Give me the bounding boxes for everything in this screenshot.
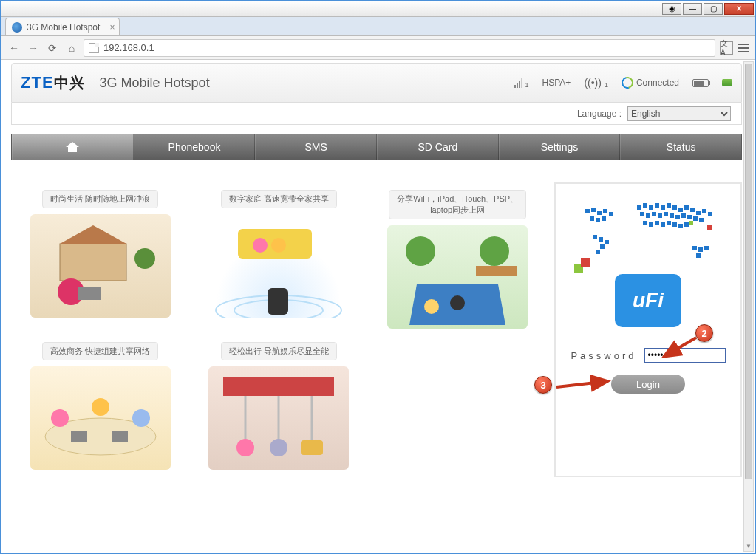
maximize-button[interactable]: ▢ — [704, 3, 723, 15]
nav-home[interactable] — [12, 134, 134, 160]
svg-rect-53 — [652, 212, 656, 216]
sim-icon — [722, 79, 732, 86]
svg-rect-30 — [585, 209, 590, 213]
svg-rect-51 — [640, 212, 644, 216]
svg-rect-48 — [696, 211, 701, 215]
svg-rect-62 — [643, 221, 647, 225]
svg-line-84 — [664, 338, 696, 357]
url-input[interactable] — [103, 42, 710, 53]
promo-illustration — [30, 214, 171, 318]
annotation-arrow-3 — [554, 374, 613, 398]
promo-card: 高效商务 快捷组建共享网络 — [18, 342, 183, 470]
address-bar[interactable] — [84, 39, 715, 57]
wifi-status: ((•)) 1 — [584, 77, 608, 89]
language-label: Language : — [577, 109, 622, 119]
svg-rect-39 — [643, 203, 647, 208]
svg-rect-78 — [696, 253, 701, 258]
annotation-marker-3: 3 — [534, 376, 552, 394]
forward-icon[interactable]: → — [26, 41, 41, 55]
tab-strip: 3G Mobile Hotspot × — [1, 17, 755, 36]
main-nav: Phonebook SMS SD Card Settings Status — [11, 134, 742, 160]
svg-rect-31 — [591, 208, 596, 212]
user-button[interactable]: ◉ — [662, 3, 681, 15]
browser-tab[interactable]: 3G Mobile Hotspot × — [5, 18, 120, 35]
promo-illustration — [208, 214, 349, 318]
sync-icon — [619, 75, 636, 91]
browser-window: ◉ — ▢ ✕ 3G Mobile Hotspot × ← → ⟳ ⌂ 文A Z… — [0, 0, 756, 554]
svg-point-28 — [270, 439, 287, 456]
battery-status — [692, 79, 709, 87]
svg-rect-3 — [78, 287, 101, 300]
app-header: ZTE中兴 3G Mobile Hotspot 1 HSPA+ ((•)) 1 … — [11, 63, 742, 103]
svg-rect-21 — [71, 431, 87, 442]
svg-rect-63 — [649, 222, 653, 227]
promo-card: 数字家庭 高速宽带全家共享 — [197, 190, 361, 329]
nav-settings[interactable]: Settings — [499, 134, 621, 160]
back-icon[interactable]: ← — [7, 41, 21, 55]
language-select[interactable]: English — [627, 106, 731, 121]
nav-phonebook[interactable]: Phonebook — [134, 134, 256, 160]
svg-rect-47 — [690, 208, 695, 212]
battery-icon — [692, 79, 709, 87]
nav-status[interactable]: Status — [620, 134, 741, 160]
svg-line-85 — [556, 381, 608, 387]
svg-rect-71 — [599, 237, 603, 242]
tab-close-icon[interactable]: × — [109, 22, 115, 33]
close-window-button[interactable]: ✕ — [724, 3, 754, 15]
window-titlebar: ◉ — ▢ ✕ — [1, 1, 755, 17]
promo-card: 分享WiFi，iPad、iTouch、PSP、 laptop同步上网 — [375, 190, 539, 329]
svg-point-11 — [406, 236, 435, 266]
translate-icon[interactable]: 文A — [720, 41, 733, 55]
minimize-button[interactable]: — — [683, 3, 702, 15]
svg-rect-29 — [301, 440, 323, 455]
tab-title: 3G Mobile Hotspot — [27, 22, 100, 33]
svg-rect-57 — [675, 215, 680, 219]
svg-rect-70 — [593, 235, 597, 239]
network-mode: HSPA+ — [542, 78, 571, 88]
annotation-arrow-2 — [661, 333, 701, 365]
scroll-down-icon[interactable]: ▼ — [744, 541, 753, 551]
promo-illustration — [30, 366, 171, 470]
svg-rect-73 — [600, 244, 605, 249]
promo-caption: 高效商务 快捷组建共享网络 — [42, 342, 158, 360]
home-icon[interactable]: ⌂ — [64, 41, 79, 55]
svg-rect-74 — [596, 250, 600, 254]
svg-rect-81 — [689, 221, 693, 225]
svg-rect-34 — [609, 212, 613, 216]
favicon-icon — [12, 22, 22, 33]
svg-point-12 — [480, 236, 509, 266]
svg-rect-82 — [707, 225, 712, 230]
svg-rect-13 — [476, 266, 517, 276]
promo-caption: 时尚生活 随时随地上网冲浪 — [42, 190, 158, 208]
svg-rect-46 — [684, 205, 689, 210]
nav-sdcard[interactable]: SD Card — [377, 134, 499, 160]
svg-point-18 — [51, 409, 69, 427]
svg-rect-50 — [708, 212, 712, 216]
vertical-scrollbar[interactable]: ▲ ▼ — [743, 61, 754, 552]
svg-rect-60 — [693, 216, 698, 221]
svg-rect-33 — [603, 209, 607, 213]
reload-icon[interactable]: ⟳ — [45, 41, 60, 55]
svg-rect-55 — [664, 212, 668, 216]
scrollbar-thumb[interactable] — [745, 64, 752, 479]
wifi-icon: ((•)) — [584, 77, 602, 89]
svg-rect-23 — [223, 377, 334, 396]
hamburger-icon[interactable] — [738, 44, 749, 52]
svg-rect-72 — [605, 240, 609, 244]
svg-rect-61 — [699, 218, 704, 222]
svg-rect-52 — [646, 213, 650, 218]
svg-rect-43 — [667, 203, 671, 208]
svg-rect-49 — [702, 209, 706, 213]
svg-rect-76 — [698, 247, 703, 252]
signal-bars-icon — [514, 78, 522, 88]
promo-illustration — [387, 225, 528, 329]
svg-rect-0 — [60, 244, 126, 281]
svg-rect-36 — [596, 218, 600, 222]
svg-rect-77 — [704, 246, 709, 250]
content-area: 时尚生活 随时随地上网冲浪 数字家庭 高速宽带全家共享 分享WiFi，iPad、… — [11, 182, 742, 477]
svg-rect-75 — [692, 246, 697, 250]
nav-sms[interactable]: SMS — [255, 134, 377, 160]
svg-rect-58 — [681, 213, 686, 218]
product-title: 3G Mobile Hotspot — [100, 75, 210, 91]
login-button[interactable]: Login — [611, 375, 685, 394]
